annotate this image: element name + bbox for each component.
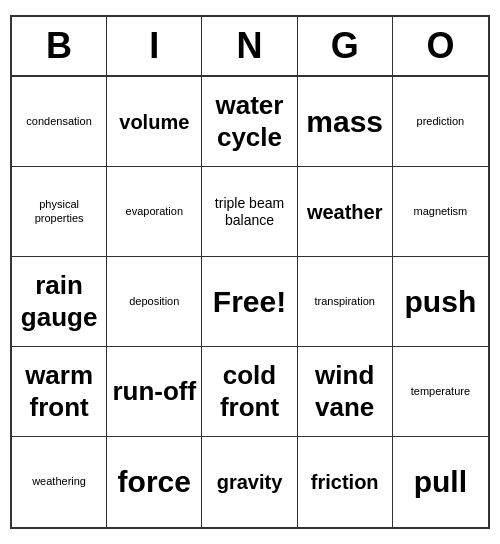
cell-text-24: pull xyxy=(414,464,467,500)
cell-text-22: gravity xyxy=(217,470,283,494)
bingo-cell-20[interactable]: weathering xyxy=(12,437,107,527)
cell-text-15: warm front xyxy=(16,360,102,422)
cell-text-17: cold front xyxy=(206,360,292,422)
header-letter-N: N xyxy=(202,17,297,75)
bingo-cell-18[interactable]: wind vane xyxy=(298,347,393,437)
header-letter-G: G xyxy=(298,17,393,75)
header-letter-B: B xyxy=(12,17,107,75)
cell-text-0: condensation xyxy=(26,115,91,128)
bingo-cell-16[interactable]: run-off xyxy=(107,347,202,437)
cell-text-18: wind vane xyxy=(302,360,388,422)
bingo-grid: condensationvolumewater cyclemasspredict… xyxy=(12,77,488,527)
header-letter-I: I xyxy=(107,17,202,75)
bingo-cell-14[interactable]: push xyxy=(393,257,488,347)
cell-text-2: water cycle xyxy=(206,90,292,152)
bingo-cell-3[interactable]: mass xyxy=(298,77,393,167)
bingo-cell-12[interactable]: Free! xyxy=(202,257,297,347)
cell-text-20: weathering xyxy=(32,475,86,488)
bingo-cell-19[interactable]: temperature xyxy=(393,347,488,437)
bingo-cell-6[interactable]: evaporation xyxy=(107,167,202,257)
bingo-cell-7[interactable]: triple beam balance xyxy=(202,167,297,257)
cell-text-7: triple beam balance xyxy=(206,195,292,229)
cell-text-19: temperature xyxy=(411,385,470,398)
cell-text-21: force xyxy=(118,464,191,500)
bingo-cell-2[interactable]: water cycle xyxy=(202,77,297,167)
bingo-cell-13[interactable]: transpiration xyxy=(298,257,393,347)
cell-text-9: magnetism xyxy=(413,205,467,218)
bingo-cell-11[interactable]: deposition xyxy=(107,257,202,347)
cell-text-6: evaporation xyxy=(126,205,184,218)
cell-text-5: physical properties xyxy=(16,198,102,224)
bingo-cell-23[interactable]: friction xyxy=(298,437,393,527)
bingo-cell-8[interactable]: weather xyxy=(298,167,393,257)
bingo-cell-0[interactable]: condensation xyxy=(12,77,107,167)
cell-text-16: run-off xyxy=(112,376,196,407)
bingo-cell-22[interactable]: gravity xyxy=(202,437,297,527)
cell-text-14: push xyxy=(405,284,477,320)
bingo-header: BINGO xyxy=(12,17,488,77)
cell-text-23: friction xyxy=(311,470,379,494)
cell-text-1: volume xyxy=(119,110,189,134)
bingo-cell-10[interactable]: rain gauge xyxy=(12,257,107,347)
cell-text-8: weather xyxy=(307,200,383,224)
cell-text-11: deposition xyxy=(129,295,179,308)
cell-text-13: transpiration xyxy=(314,295,375,308)
bingo-cell-5[interactable]: physical properties xyxy=(12,167,107,257)
cell-text-12: Free! xyxy=(213,284,286,320)
cell-text-10: rain gauge xyxy=(16,270,102,332)
cell-text-3: mass xyxy=(306,104,383,140)
cell-text-4: prediction xyxy=(417,115,465,128)
bingo-cell-9[interactable]: magnetism xyxy=(393,167,488,257)
bingo-card: BINGO condensationvolumewater cyclemassp… xyxy=(10,15,490,529)
header-letter-O: O xyxy=(393,17,488,75)
bingo-cell-1[interactable]: volume xyxy=(107,77,202,167)
bingo-cell-21[interactable]: force xyxy=(107,437,202,527)
bingo-cell-17[interactable]: cold front xyxy=(202,347,297,437)
bingo-cell-15[interactable]: warm front xyxy=(12,347,107,437)
bingo-cell-4[interactable]: prediction xyxy=(393,77,488,167)
bingo-cell-24[interactable]: pull xyxy=(393,437,488,527)
